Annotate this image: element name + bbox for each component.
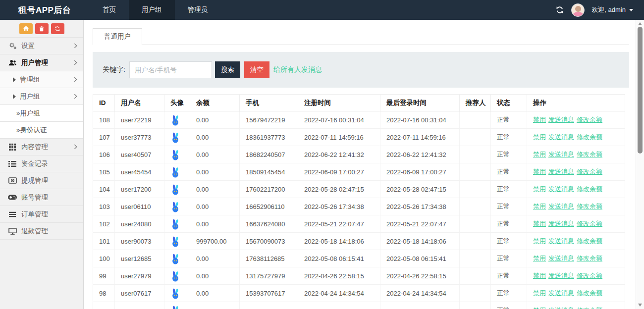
clear-button[interactable]: 清空 xyxy=(244,61,269,78)
disable-link[interactable]: 禁用 xyxy=(533,220,546,227)
row-username: user24080 xyxy=(115,215,164,233)
row-username xyxy=(115,302,164,309)
scrollbar-up-arrow[interactable] xyxy=(638,22,642,25)
sidebar-item-用户管理[interactable]: 用户管理 xyxy=(0,54,83,71)
edit-balance-link[interactable]: 修改余额 xyxy=(577,307,602,309)
send-message-link[interactable]: 发送消息 xyxy=(548,307,574,309)
column-header: 手机 xyxy=(240,95,298,111)
sidebar-item-退款管理[interactable]: 退款管理 xyxy=(0,223,83,240)
send-message-link[interactable]: 发送消息 xyxy=(548,203,574,210)
send-message-link[interactable]: 发送消息 xyxy=(548,255,574,262)
disable-link[interactable]: 禁用 xyxy=(533,272,546,279)
row-registered: 2022-05-28 02:47:15 xyxy=(298,181,380,198)
sidebar-item-用户组[interactable]: 用户组 xyxy=(0,88,83,105)
user-avatar[interactable] xyxy=(571,3,585,17)
send-message-link[interactable]: 发送消息 xyxy=(548,289,574,297)
row-phone: 17638112685 xyxy=(240,250,298,267)
row-balance: 0.00 xyxy=(190,198,240,215)
edit-balance-link[interactable]: 修改余额 xyxy=(577,237,602,245)
sidebar: 设置用户管理管理组用户组»用户组»身份认证内容管理资金记录提现管理账号管理订单管… xyxy=(0,20,84,309)
edit-balance-link[interactable]: 修改余额 xyxy=(577,168,602,175)
refresh-button[interactable] xyxy=(51,23,64,34)
row-avatar xyxy=(164,233,190,250)
sidebar-item-身份认证[interactable]: »身份认证 xyxy=(0,122,83,139)
table-row: 102user240800.00166376240802022-05-21 22… xyxy=(93,215,625,233)
row-avatar xyxy=(164,267,190,285)
trash-button[interactable] xyxy=(35,23,49,34)
disable-link[interactable]: 禁用 xyxy=(533,237,546,245)
send-message-link[interactable]: 发送消息 xyxy=(548,133,574,141)
disable-link[interactable]: 禁用 xyxy=(533,168,546,175)
disable-link[interactable]: 禁用 xyxy=(533,151,546,158)
send-message-link[interactable]: 发送消息 xyxy=(548,151,574,158)
nav-tab-home[interactable]: 首页 xyxy=(90,0,129,20)
send-message-link[interactable]: 发送消息 xyxy=(548,168,574,175)
edit-balance-link[interactable]: 修改余额 xyxy=(577,289,602,297)
rabbit-avatar-icon xyxy=(170,306,190,309)
sidebar-item-用户组[interactable]: »用户组 xyxy=(0,105,83,122)
nav-tab-user-group[interactable]: 用户组 xyxy=(129,0,175,20)
send-message-link[interactable]: 发送消息 xyxy=(548,220,574,227)
send-message-link[interactable]: 发送消息 xyxy=(548,185,574,193)
table-row: 98user076170.00153937076172022-04-24 14:… xyxy=(93,285,625,302)
send-message-link[interactable]: 发送消息 xyxy=(548,237,574,245)
refresh-icon[interactable] xyxy=(555,5,564,14)
row-phone: 17602217200 xyxy=(240,181,298,198)
content-tabbar: 普通用户 xyxy=(93,28,629,45)
scrollbar-down-arrow[interactable] xyxy=(638,304,642,307)
rabbit-avatar-icon xyxy=(170,288,190,299)
edit-balance-link[interactable]: 修改余额 xyxy=(577,133,602,141)
row-balance: 0.00 xyxy=(190,285,240,302)
edit-balance-link[interactable]: 修改余额 xyxy=(577,255,602,262)
row-last-login: 2022-07-11 14:59:16 xyxy=(380,129,460,146)
disable-link[interactable]: 禁用 xyxy=(533,116,546,123)
rabbit-avatar-icon xyxy=(170,167,190,178)
send-message-link[interactable]: 发送消息 xyxy=(548,272,574,279)
row-status: 正常 xyxy=(491,163,527,181)
edit-balance-link[interactable]: 修改余额 xyxy=(577,203,602,210)
broadcast-all-link[interactable]: 给所有人发消息 xyxy=(273,65,322,74)
edit-balance-link[interactable]: 修改余额 xyxy=(577,151,602,158)
row-status: 正常 xyxy=(491,267,527,285)
disable-link[interactable]: 禁用 xyxy=(533,133,546,141)
welcome-dropdown[interactable]: 欢迎, admin xyxy=(591,5,633,14)
disable-link[interactable]: 禁用 xyxy=(533,203,546,210)
vertical-scrollbar[interactable] xyxy=(636,20,644,309)
sidebar-item-设置[interactable]: 设置 xyxy=(0,38,83,54)
sidebar-item-管理组[interactable]: 管理组 xyxy=(0,71,83,88)
edit-balance-link[interactable]: 修改余额 xyxy=(577,185,602,193)
row-username: user12685 xyxy=(115,250,164,267)
disable-link[interactable]: 禁用 xyxy=(533,289,546,297)
table-row: 103user061100.00166529061102022-05-26 17… xyxy=(93,198,625,215)
disable-link[interactable]: 禁用 xyxy=(533,255,546,262)
row-avatar xyxy=(164,285,190,302)
row-referrer xyxy=(460,250,491,267)
table-header-row: ID用户名头像余额手机注册时间最后登录时间推荐人状态操作 xyxy=(93,95,625,111)
row-avatar xyxy=(164,302,190,309)
edit-balance-link[interactable]: 修改余额 xyxy=(577,272,602,279)
sidebar-item-内容管理[interactable]: 内容管理 xyxy=(0,139,83,155)
caret-icon xyxy=(12,92,17,101)
home-button[interactable] xyxy=(19,23,33,34)
search-button[interactable]: 搜索 xyxy=(215,61,240,78)
chevron-right-icon xyxy=(74,144,77,150)
tab-normal-users[interactable]: 普通用户 xyxy=(93,28,142,45)
edit-balance-link[interactable]: 修改余额 xyxy=(577,220,602,227)
edit-balance-link[interactable]: 修改余额 xyxy=(577,116,602,123)
main-content: 普通用户 关键字: 搜索 清空 给所有人发消息 ID用户名头像余额手机注册时间最… xyxy=(84,20,636,309)
sidebar-item-label: »用户组 xyxy=(16,109,77,118)
nav-tab-admin[interactable]: 管理员 xyxy=(175,0,221,20)
sidebar-item-账号管理[interactable]: 账号管理 xyxy=(0,189,83,206)
row-last-login: 2022-05-26 17:34:38 xyxy=(380,198,460,215)
send-message-link[interactable]: 发送消息 xyxy=(548,116,574,123)
scrollbar-thumb[interactable] xyxy=(638,27,643,154)
row-phone: 18682240507 xyxy=(240,146,298,163)
row-balance: 0.00 xyxy=(190,163,240,181)
disable-link[interactable]: 禁用 xyxy=(533,185,546,193)
sidebar-item-订单管理[interactable]: 订单管理 xyxy=(0,206,83,223)
row-registered: 2022-04-24 14:34:54 xyxy=(298,285,380,302)
sidebar-item-资金记录[interactable]: 资金记录 xyxy=(0,155,83,172)
sidebar-item-提现管理[interactable]: 提现管理 xyxy=(0,172,83,189)
keyword-input[interactable] xyxy=(129,61,212,78)
disable-link[interactable]: 禁用 xyxy=(533,307,546,309)
